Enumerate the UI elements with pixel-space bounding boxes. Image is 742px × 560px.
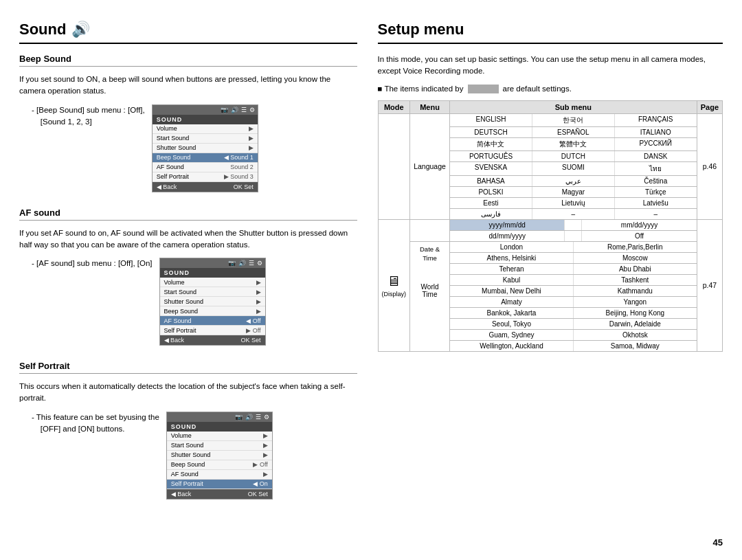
language-submenu-2: DEUTSCH ESPAÑOL ITALIANO bbox=[450, 126, 697, 137]
col-header-mode: Mode bbox=[378, 100, 410, 113]
lang-french: FRANÇAIS bbox=[615, 114, 697, 126]
display-date-row-1: 🖥 (Display) yyyy/mm/dd mm/dd/yyyy p.47 bbox=[378, 219, 722, 230]
world-time-label: World Time bbox=[414, 283, 446, 298]
worldtime-submenu-2: Athens, Helsinki Moscow bbox=[450, 252, 697, 263]
col-header-submenu: Sub menu bbox=[450, 100, 697, 113]
language-row-1: Language ENGLISH 한국어 FRANÇAIS p.46 bbox=[378, 113, 722, 126]
language-menu-cell: Language bbox=[410, 113, 450, 219]
lang-english: ENGLISH bbox=[450, 114, 532, 126]
af-sound-screenshot: 📷 🔊 ☰ ⚙ SOUND Volume▶ Start Sound▶ Shutt… bbox=[159, 258, 266, 346]
self-portrait-section: Self Portrait This occurs when it automa… bbox=[19, 361, 357, 500]
display-mode-cell: 🖥 (Display) bbox=[378, 219, 410, 351]
date-menu-label bbox=[410, 219, 450, 241]
worldtime-label-row: Date &Time World Time London Rome,Paris,… bbox=[378, 241, 722, 252]
beep-sound-body: If you set sound to ON, a beep will soun… bbox=[19, 74, 357, 98]
display-page: p.47 bbox=[697, 219, 722, 351]
setup-table: Mode Menu Sub menu Page Language ENGLISH… bbox=[378, 100, 723, 352]
worldtime-submenu-7: Bankok, Jakarta Beijing, Hong Kong bbox=[450, 307, 697, 318]
worldtime-submenu-3: Teheran Abu Dhabi bbox=[450, 263, 697, 274]
af-sound-indent: - [AF sound] sub menu : [Off], [On] bbox=[32, 258, 153, 269]
af-sound-title: AF sound bbox=[19, 208, 357, 221]
default-note-text: ■ The items indicated by bbox=[378, 83, 464, 95]
sound-section-title: Sound 🔊 bbox=[19, 21, 357, 44]
af-sound-section: AF sound If you set AF sound to on, AF s… bbox=[19, 208, 357, 346]
display-icon: 🖥 bbox=[387, 273, 401, 289]
setup-intro: In this mode, you can set up basic setti… bbox=[378, 54, 723, 78]
af-sound-body: If you set AF sound to on, AF sound will… bbox=[19, 227, 357, 251]
worldtime-submenu-8: Seoul, Tokyo Darwin, Adelaide bbox=[450, 318, 697, 329]
setup-menu-title: Setup menu bbox=[378, 21, 723, 44]
right-column: Setup menu In this mode, you can set up … bbox=[378, 21, 723, 515]
beep-sound-section: Beep Sound If you set sound to ON, a bee… bbox=[19, 54, 357, 192]
lang-korean: 한국어 bbox=[532, 114, 615, 126]
af-sound-menu-area: - [AF sound] sub menu : [Off], [On] 📷 🔊 … bbox=[19, 258, 357, 346]
worldtime-submenu-5: Mumbai, New Delhi Kathmandu bbox=[450, 285, 697, 296]
language-submenu-3: 简体中文 繁體中文 РУССКИЙ bbox=[450, 137, 697, 150]
worldtime-submenu-9: Guam, Sydney Okhotsk bbox=[450, 329, 697, 340]
self-portrait-screenshot: 📷 🔊 ☰ ⚙ SOUND Volume▶ Start Sound▶ Shutt… bbox=[166, 412, 273, 500]
self-portrait-title: Self Portrait bbox=[19, 361, 357, 374]
language-submenu-8: Eesti Lietuvių Latviešu bbox=[450, 197, 697, 208]
worldtime-submenu-6: Almaty Yangon bbox=[450, 296, 697, 307]
language-submenu-4: PORTUGUÊS DUTCH DANSK bbox=[450, 150, 697, 161]
worldtime-menu-cell: Date &Time World Time bbox=[410, 241, 450, 351]
speaker-icon: 🔊 bbox=[71, 21, 90, 38]
language-page: p.46 bbox=[697, 113, 722, 219]
left-column: Sound 🔊 Beep Sound If you set sound to O… bbox=[19, 21, 357, 515]
language-submenu-6: BAHASA عربي Čeština bbox=[450, 175, 697, 186]
beep-sound-menu-area: - [Beep Sound] sub menu : [Off], [Sound … bbox=[19, 104, 357, 192]
worldtime-submenu-10: Wellington, Auckland Samoa, Midway bbox=[450, 340, 697, 351]
display-label: (Display) bbox=[382, 291, 407, 298]
language-mode-cell bbox=[378, 113, 410, 219]
date-submenu-1: yyyy/mm/dd mm/dd/yyyy bbox=[450, 219, 697, 230]
default-note-text2: are default settings. bbox=[503, 83, 572, 95]
beep-sound-screenshot: 📷 🔊 ☰ ⚙ SOUND Volume▶ Start Sound▶ Shutt… bbox=[152, 104, 258, 192]
self-portrait-body: This occurs when it automatically detect… bbox=[19, 381, 357, 405]
page-number: 45 bbox=[713, 537, 723, 548]
col-header-menu: Menu bbox=[410, 100, 450, 113]
language-submenu-1: ENGLISH 한국어 FRANÇAIS bbox=[450, 113, 697, 126]
self-portrait-indent: - This feature can be set byusing the [O… bbox=[32, 412, 159, 436]
beep-sound-indent: - [Beep Sound] sub menu : [Off], [Sound … bbox=[32, 104, 145, 128]
self-portrait-menu-area: - This feature can be set byusing the [O… bbox=[19, 412, 357, 500]
worldtime-submenu-4: Kabul Tashkent bbox=[450, 274, 697, 285]
language-submenu-5: SVENSKA SUOMI ไทย bbox=[450, 161, 697, 175]
default-box-indicator bbox=[468, 85, 499, 93]
beep-sound-title: Beep Sound bbox=[19, 54, 357, 67]
date-submenu-2: dd/mm/yyyy Off bbox=[450, 230, 697, 241]
date-time-label: Date &Time bbox=[414, 245, 446, 263]
language-submenu-7: POLSKI Magyar Türkçe bbox=[450, 186, 697, 197]
col-header-page: Page bbox=[697, 100, 722, 113]
worldtime-submenu-1: London Rome,Paris,Berlin bbox=[450, 241, 697, 252]
sound-title-text: Sound bbox=[19, 21, 66, 38]
language-submenu-9: فارسی – – bbox=[450, 208, 697, 219]
default-settings-note: ■ The items indicated by are default set… bbox=[378, 83, 723, 95]
